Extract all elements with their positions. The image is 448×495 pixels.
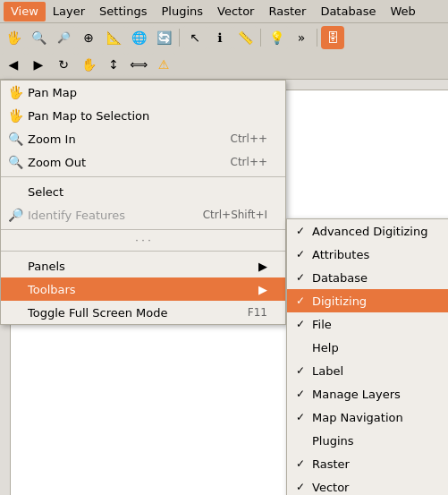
rotate-icon[interactable]: ↻ xyxy=(52,53,75,76)
submenu-item-raster-label: Raster xyxy=(312,457,350,471)
menubar-item-plugins[interactable]: Plugins xyxy=(154,2,210,21)
submenu-item-map-navigation-label: Map Navigation xyxy=(312,411,403,424)
menubar-item-layer[interactable]: Layer xyxy=(46,2,92,21)
flip-icon[interactable]: ⟺ xyxy=(127,53,150,76)
submenu-item-advanced-digitizing[interactable]: ✓ Advanced Digitizing xyxy=(287,219,448,243)
submenu-item-digitizing[interactable]: ✓ Digitizing xyxy=(287,289,448,312)
submenu-item-plugins-label: Plugins xyxy=(312,434,354,448)
menu-item-zoom-in[interactable]: 🔍 Zoom In Ctrl++ xyxy=(1,127,285,150)
zoom-in-shortcut: Ctrl++ xyxy=(213,132,267,145)
menu-dots: · · · xyxy=(1,233,285,248)
view-menu: 🖐 Pan Map 🖐 Pan Map to Selection 🔍 Zoom … xyxy=(0,80,286,325)
submenu-item-raster[interactable]: ✓ Raster xyxy=(287,452,448,475)
submenu-item-database[interactable]: ✓ Database xyxy=(287,266,448,289)
separator-3 xyxy=(317,29,317,47)
menu-item-pan-map[interactable]: 🖐 Pan Map xyxy=(1,81,285,104)
menu-item-select-label: Select xyxy=(28,185,63,199)
zoom-out-icon[interactable]: 🔎 xyxy=(52,26,75,49)
map-navigation-check-icon: ✓ xyxy=(296,411,312,423)
menu-item-zoom-in-label: Zoom In xyxy=(28,132,76,146)
submenu-item-attributes[interactable]: ✓ Attributes xyxy=(287,243,448,266)
more-icon[interactable]: » xyxy=(290,26,313,49)
fullscreen-shortcut: F11 xyxy=(230,306,267,319)
submenu-item-manage-layers-label: Manage Layers xyxy=(312,388,401,401)
menubar-item-raster[interactable]: Raster xyxy=(261,2,313,21)
db-icon[interactable]: 🗄 xyxy=(321,26,344,49)
separator-2 xyxy=(260,29,261,47)
back-icon[interactable]: ◀ xyxy=(2,53,25,76)
menubar-item-plugins-label: Plugins xyxy=(161,4,203,18)
submenu-item-digitizing-label: Digitizing xyxy=(312,294,367,308)
main-area: 🖐 Pan Map 🖐 Pan Map to Selection 🔍 Zoom … xyxy=(0,80,448,495)
tips-icon[interactable]: 💡 xyxy=(265,26,288,49)
menu-item-zoom-out-label: Zoom Out xyxy=(28,156,86,169)
menu-item-toolbars-label: Toolbars xyxy=(28,283,76,296)
submenu-item-help-label: Help xyxy=(312,341,339,354)
menubar: View Layer Settings Plugins Vector Raste… xyxy=(0,0,448,23)
warning-icon[interactable]: ⚠ xyxy=(152,53,175,76)
submenu-item-map-navigation[interactable]: ✓ Map Navigation xyxy=(287,405,448,429)
submenu-item-help[interactable]: Help xyxy=(287,336,448,359)
digitizing-check-icon: ✓ xyxy=(296,294,312,307)
menu-sep-3 xyxy=(1,251,285,252)
submenu-item-vector[interactable]: ✓ Vector xyxy=(287,475,448,495)
raster-check-icon: ✓ xyxy=(296,457,312,470)
forward-icon[interactable]: ▶ xyxy=(27,53,50,76)
submenu-item-file-label: File xyxy=(312,318,332,331)
menu-item-fullscreen[interactable]: Toggle Full Screen Mode F11 xyxy=(1,301,285,324)
toolbar-row-1: 🖐 🔍 🔎 ⊕ 📐 🌐 🔄 ↖ ℹ 📏 💡 » 🗄 xyxy=(2,25,446,50)
zoom-in-menu-icon: 🔍 xyxy=(8,132,23,146)
zoom-in-icon[interactable]: 🔍 xyxy=(27,26,50,49)
menubar-item-vector[interactable]: Vector xyxy=(210,2,261,21)
submenu-item-advanced-digitizing-label: Advanced Digitizing xyxy=(312,225,427,238)
menubar-item-view-label: View xyxy=(11,4,38,18)
menu-item-identify-label: Identify Features xyxy=(28,209,125,222)
menu-item-fullscreen-label: Toggle Full Screen Mode xyxy=(28,306,168,320)
submenu-item-label-label: Label xyxy=(312,364,343,378)
measure-icon[interactable]: 📏 xyxy=(233,26,257,49)
toolbar-row-2: ◀ ▶ ↻ ✋ ↕ ⟺ ⚠ xyxy=(2,52,446,77)
menubar-item-web[interactable]: Web xyxy=(383,2,422,21)
identify-shortcut: Ctrl+Shift+I xyxy=(185,209,267,221)
pan-map-icon: 🖐 xyxy=(8,85,23,99)
menu-item-pan-map-selection[interactable]: 🖐 Pan Map to Selection xyxy=(1,104,285,127)
menubar-item-view[interactable]: View xyxy=(4,2,46,21)
submenu-item-database-label: Database xyxy=(312,271,368,285)
menubar-item-database[interactable]: Database xyxy=(313,2,383,21)
menubar-item-raster-label: Raster xyxy=(268,4,306,18)
menu-item-pan-map-label: Pan Map xyxy=(28,86,77,99)
identify-icon[interactable]: ℹ xyxy=(208,26,232,49)
select-icon[interactable]: ↖ xyxy=(183,26,207,49)
hand-icon[interactable]: ✋ xyxy=(77,53,100,76)
globe-icon[interactable]: 🌐 xyxy=(127,26,150,49)
submenu-item-label[interactable]: ✓ Label xyxy=(287,359,448,382)
menu-item-panels-label: Panels xyxy=(28,260,65,273)
zoom-out-shortcut: Ctrl++ xyxy=(213,156,267,168)
submenu-item-plugins[interactable]: Plugins xyxy=(287,429,448,452)
toolbars-arrow-icon: ▶ xyxy=(249,283,267,296)
zoom-full-icon[interactable]: ⊕ xyxy=(77,26,100,49)
vector-check-icon: ✓ xyxy=(296,481,312,493)
menu-item-zoom-out[interactable]: 🔍 Zoom Out Ctrl++ xyxy=(1,150,285,174)
menu-item-pan-map-selection-label: Pan Map to Selection xyxy=(28,109,149,123)
zoom-layer-icon[interactable]: 📐 xyxy=(102,26,125,49)
label-check-icon: ✓ xyxy=(296,364,312,377)
pan-icon[interactable]: 🖐 xyxy=(2,26,25,49)
menubar-item-settings[interactable]: Settings xyxy=(92,2,154,21)
database-check-icon: ✓ xyxy=(296,271,312,284)
menubar-item-settings-label: Settings xyxy=(99,4,147,18)
menu-item-select[interactable]: Select xyxy=(1,180,285,203)
manage-layers-check-icon: ✓ xyxy=(296,388,312,400)
attributes-check-icon: ✓ xyxy=(296,248,312,260)
identify-menu-icon: 🔎 xyxy=(8,208,23,222)
toolbar-area: 🖐 🔍 🔎 ⊕ 📐 🌐 🔄 ↖ ℹ 📏 💡 » 🗄 ◀ ▶ ↻ ✋ ↕ ⟺ ⚠ xyxy=(0,23,448,80)
menubar-item-web-label: Web xyxy=(390,4,415,18)
menu-item-toolbars[interactable]: Toolbars ▶ xyxy=(1,277,285,301)
submenu-item-manage-layers[interactable]: ✓ Manage Layers xyxy=(287,382,448,405)
zoom-out-menu-icon: 🔍 xyxy=(8,155,23,169)
menu-item-panels[interactable]: Panels ▶ xyxy=(1,254,285,277)
submenu-item-attributes-label: Attributes xyxy=(312,248,369,261)
refresh-icon[interactable]: 🔄 xyxy=(152,26,175,49)
submenu-item-file[interactable]: ✓ File xyxy=(287,312,448,336)
move-icon[interactable]: ↕ xyxy=(102,53,125,76)
